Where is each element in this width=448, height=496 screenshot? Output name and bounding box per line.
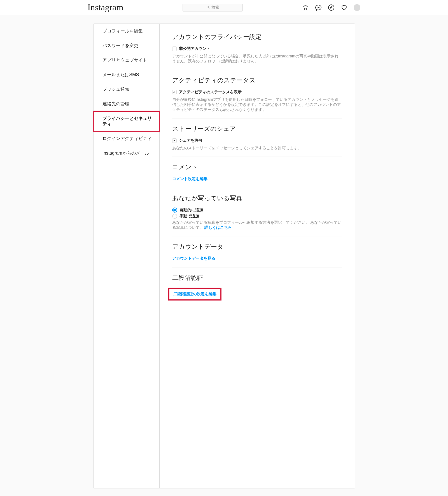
photos-learn-more-link[interactable]: 詳しくはこちら <box>204 225 232 230</box>
avatar[interactable] <box>354 4 360 11</box>
section-title: アクティビティのステータス <box>172 76 342 85</box>
view-account-data-link[interactable]: アカウントデータを見る <box>172 256 215 260</box>
nav-icons <box>302 4 360 11</box>
story-share-label: シェアを許可 <box>179 138 202 143</box>
story-share-checkbox[interactable] <box>172 138 177 143</box>
explore-icon[interactable] <box>328 4 335 11</box>
home-icon[interactable] <box>302 4 309 11</box>
settings-content: アカウントのプライバシー設定 非公開アカウント アカウントが非公開になっている場… <box>160 24 355 488</box>
radio-add-auto-label: 自動的に追加 <box>179 208 203 213</box>
activity-status-desc: 自分が最後にInstagramアプリを使用した日時をフォローしているアカウントと… <box>172 97 342 112</box>
sidebar-item-push[interactable]: プッシュ通知 <box>94 82 159 97</box>
sidebar-item-contacts[interactable]: 連絡先の管理 <box>94 97 159 111</box>
sidebar-item-apps-websites[interactable]: アプリとウェブサイト <box>94 53 159 67</box>
private-account-label: 非公開アカウント <box>179 46 210 51</box>
radio-add-manual[interactable] <box>172 214 177 219</box>
section-two-factor: 二段階認証 二段階認証の設定を編集 <box>172 274 342 307</box>
photos-of-you-desc: あなたが写っている写真をプロフィールへ追加する方法を選択してください。 あなたが… <box>172 220 342 230</box>
search-input[interactable]: 検索 <box>183 4 243 11</box>
edit-two-factor-link[interactable]: 二段階認証の設定を編集 <box>173 292 216 296</box>
section-photos-of-you: あなたが写っている写真 自動的に追加 手動で追加 あなたが写っている写真をプロフ… <box>172 194 342 236</box>
edit-comment-settings-link[interactable]: コメント設定を編集 <box>172 176 207 181</box>
sidebar: プロフィールを編集 パスワードを変更 アプリとウェブサイト メールまたはSMS … <box>94 24 160 488</box>
section-story-sharing: ストーリーズのシェア シェアを許可 あなたのストーリーズをメッセージとしてシェア… <box>172 125 342 157</box>
photos-desc-text: あなたが写っている写真をプロフィールへ追加する方法を選択してください。 あなたが… <box>172 220 342 230</box>
section-comments: コメント コメント設定を編集 <box>172 163 342 188</box>
brand-logo[interactable]: Instagram <box>88 2 123 13</box>
svg-point-2 <box>328 5 334 10</box>
section-title: アカウントデータ <box>172 243 342 251</box>
svg-marker-3 <box>330 6 332 8</box>
sidebar-item-emails-from-ig[interactable]: Instagramからのメール <box>94 146 159 160</box>
activity-status-label: アクティビティのステータスを表示 <box>179 90 242 95</box>
top-nav-inner: Instagram 検索 <box>88 2 361 13</box>
activity-icon[interactable] <box>341 4 347 11</box>
private-account-checkbox[interactable] <box>172 46 177 51</box>
two-factor-highlight-box: 二段階認証の設定を編集 <box>168 288 221 301</box>
section-account-data: アカウントデータ アカウントデータを見る <box>172 243 342 267</box>
top-nav: Instagram 検索 <box>0 0 448 15</box>
sidebar-item-change-password[interactable]: パスワードを変更 <box>94 38 159 53</box>
private-account-desc: アカウントが非公開になっている場合、承認した人以外にはInstagramの写真や… <box>172 53 342 64</box>
section-account-privacy: アカウントのプライバシー設定 非公開アカウント アカウントが非公開になっている場… <box>172 33 342 70</box>
radio-add-auto[interactable] <box>172 208 177 213</box>
section-title: コメント <box>172 163 342 171</box>
svg-point-0 <box>207 6 209 8</box>
section-title: あなたが写っている写真 <box>172 194 342 202</box>
search-icon <box>206 5 210 10</box>
search-placeholder: 検索 <box>211 5 219 10</box>
radio-add-manual-label: 手動で追加 <box>179 214 199 219</box>
sidebar-item-edit-profile[interactable]: プロフィールを編集 <box>94 24 159 38</box>
settings-panel: プロフィールを編集 パスワードを変更 アプリとウェブサイト メールまたはSMS … <box>93 24 355 488</box>
story-share-desc: あなたのストーリーズをメッセージとしてシェアすることを許可します。 <box>172 145 342 150</box>
activity-status-checkbox[interactable] <box>172 90 177 94</box>
sidebar-item-email-sms[interactable]: メールまたはSMS <box>94 67 159 82</box>
section-title: ストーリーズのシェア <box>172 125 342 133</box>
sidebar-item-login-activity[interactable]: ログインアクティビティ <box>94 131 159 146</box>
messenger-icon[interactable] <box>315 4 322 11</box>
sidebar-item-privacy-security[interactable]: プライバシーとセキュリティ <box>94 111 159 131</box>
svg-line-1 <box>208 8 209 8</box>
section-title: アカウントのプライバシー設定 <box>172 33 342 41</box>
section-title: 二段階認証 <box>172 274 342 282</box>
section-activity-status: アクティビティのステータス アクティビティのステータスを表示 自分が最後にIns… <box>172 76 342 118</box>
